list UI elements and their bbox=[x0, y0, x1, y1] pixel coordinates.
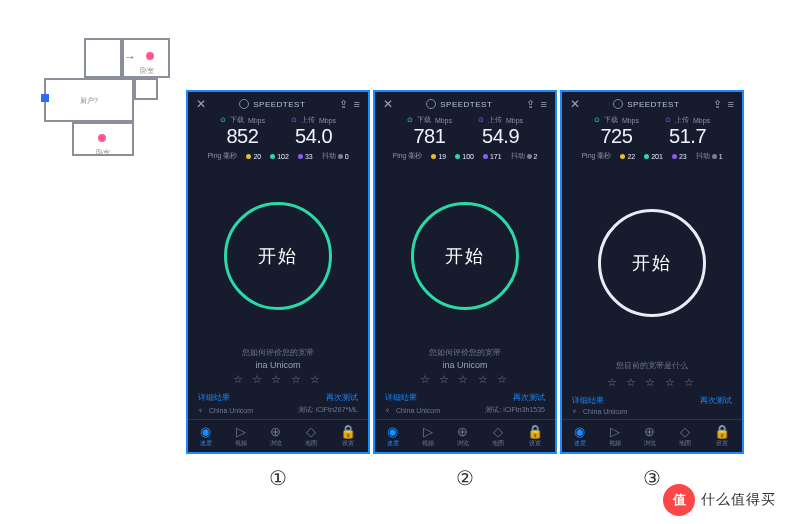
nav-map[interactable]: ◇地图 bbox=[492, 425, 504, 448]
ping-row: Ping 毫秒 20 102 33 抖动0 bbox=[188, 151, 368, 161]
jitter-dot-icon bbox=[712, 154, 717, 159]
nav-browse[interactable]: ⊕浏览 bbox=[457, 425, 469, 448]
wifi-icon: ᯤ bbox=[572, 408, 579, 415]
app-title: SPEEDTEST bbox=[239, 99, 305, 109]
provider-block: 您目前的宽带是什么 bbox=[562, 360, 742, 373]
rating-question: 您如何评价您的宽带 bbox=[375, 347, 555, 358]
nav-label: 地图 bbox=[305, 439, 317, 448]
panel-index-label: ② bbox=[456, 466, 474, 490]
upload-unit: Mbps bbox=[693, 117, 710, 124]
nav-settings[interactable]: 🔒设置 bbox=[714, 425, 730, 448]
upload-value: 54.0 bbox=[291, 125, 336, 148]
test-id: 测试: iCiFtn3h1535 bbox=[485, 405, 545, 415]
app-title: SPEEDTEST bbox=[613, 99, 679, 109]
bottom-nav: ◉速度 ▷视频 ⊕浏览 ◇地图 🔒设置 bbox=[188, 419, 368, 452]
close-icon[interactable]: ✕ bbox=[383, 97, 393, 111]
upload-icon: ⊙ bbox=[665, 116, 671, 124]
retest-link[interactable]: 再次测试 bbox=[700, 395, 732, 406]
lock-icon: 🔒 bbox=[714, 425, 730, 438]
upload-unit: Mbps bbox=[506, 117, 523, 124]
watermark-text: 什么值得买 bbox=[701, 491, 776, 509]
nav-video[interactable]: ▷视频 bbox=[609, 425, 621, 448]
nav-browse[interactable]: ⊕浏览 bbox=[644, 425, 656, 448]
ul-dot-icon bbox=[298, 154, 303, 159]
nav-browse[interactable]: ⊕浏览 bbox=[270, 425, 282, 448]
upload-label: 上传 bbox=[301, 115, 315, 125]
close-icon[interactable]: ✕ bbox=[570, 97, 580, 111]
wifi-icon: ᯤ bbox=[385, 407, 392, 414]
nav-video[interactable]: ▷视频 bbox=[235, 425, 247, 448]
details-link[interactable]: 详细结果 bbox=[572, 395, 604, 406]
nav-speed[interactable]: ◉速度 bbox=[574, 425, 586, 448]
upload-value: 51.7 bbox=[665, 125, 710, 148]
ping-label: Ping 毫秒 bbox=[207, 151, 237, 161]
play-icon: ▷ bbox=[610, 425, 620, 438]
watermark-icon: 值 bbox=[663, 484, 695, 516]
nav-map[interactable]: ◇地图 bbox=[679, 425, 691, 448]
speed-icon: ◉ bbox=[387, 425, 398, 438]
upload-value: 54.9 bbox=[478, 125, 523, 148]
retest-link[interactable]: 再次测试 bbox=[326, 392, 358, 403]
nav-label: 设置 bbox=[529, 439, 541, 448]
download-icon: ⊙ bbox=[220, 116, 226, 124]
app-title-text: SPEEDTEST bbox=[440, 100, 492, 109]
jitter-dot-icon bbox=[338, 154, 343, 159]
watermark: 值 什么值得买 bbox=[663, 484, 776, 516]
start-test-button[interactable]: 开始 bbox=[411, 202, 519, 310]
globe-icon: ⊕ bbox=[457, 425, 468, 438]
panel-index-label: ① bbox=[269, 466, 287, 490]
nav-label: 视频 bbox=[609, 439, 621, 448]
share-icon[interactable]: ⇪ bbox=[339, 98, 348, 111]
share-icon[interactable]: ⇪ bbox=[713, 98, 722, 111]
ping-row: Ping 毫秒 19 100 171 抖动2 bbox=[375, 151, 555, 161]
speed-icon: ◉ bbox=[200, 425, 211, 438]
rating-stars[interactable]: ☆ ☆ ☆ ☆ ☆ bbox=[188, 373, 368, 386]
download-label: 下载 bbox=[230, 115, 244, 125]
play-icon: ▷ bbox=[423, 425, 433, 438]
rating-question: 您目前的宽带是什么 bbox=[562, 360, 742, 371]
speedtest-phone-2: ✕ SPEEDTEST ⇪ ≡ ⊙下载Mbps 781 ⊙上传Mbps 54.9 bbox=[373, 90, 557, 454]
gauge-icon bbox=[239, 99, 249, 109]
download-unit: Mbps bbox=[435, 117, 452, 124]
retest-link[interactable]: 再次测试 bbox=[513, 392, 545, 403]
close-icon[interactable]: ✕ bbox=[196, 97, 206, 111]
menu-icon[interactable]: ≡ bbox=[354, 98, 360, 111]
details-link[interactable]: 详细结果 bbox=[198, 392, 230, 403]
nav-settings[interactable]: 🔒设置 bbox=[527, 425, 543, 448]
jitter-label: 抖动 bbox=[322, 151, 336, 161]
ping-dl: 102 bbox=[277, 153, 289, 160]
share-icon[interactable]: ⇪ bbox=[526, 98, 535, 111]
nav-speed[interactable]: ◉速度 bbox=[200, 425, 212, 448]
nav-label: 视频 bbox=[235, 439, 247, 448]
ping-dl: 201 bbox=[651, 153, 663, 160]
ping-ul: 23 bbox=[679, 153, 687, 160]
bottom-nav: ◉速度 ▷视频 ⊕浏览 ◇地图 🔒设置 bbox=[375, 419, 555, 452]
start-test-button[interactable]: 开始 bbox=[224, 202, 332, 310]
rating-stars[interactable]: ☆ ☆ ☆ ☆ ☆ bbox=[562, 376, 742, 389]
menu-icon[interactable]: ≡ bbox=[541, 98, 547, 111]
isp-name: ina Unicom bbox=[188, 360, 368, 370]
nav-settings[interactable]: 🔒设置 bbox=[340, 425, 356, 448]
lock-icon: 🔒 bbox=[527, 425, 543, 438]
ping-row: Ping 毫秒 22 201 23 抖动1 bbox=[562, 151, 742, 161]
globe-icon: ⊕ bbox=[270, 425, 281, 438]
ul-dot-icon bbox=[483, 154, 488, 159]
ping-idle: 22 bbox=[627, 153, 635, 160]
rating-stars[interactable]: ☆ ☆ ☆ ☆ ☆ bbox=[375, 373, 555, 386]
speedtest-screenshots-row: ✕ SPEEDTEST ⇪ ≡ ⊙下载Mbps 852 ⊙上传Mbps 54.0 bbox=[186, 90, 744, 490]
nav-video[interactable]: ▷视频 bbox=[422, 425, 434, 448]
jitter-dot-icon bbox=[527, 154, 532, 159]
nav-map[interactable]: ◇地图 bbox=[305, 425, 317, 448]
speedtest-phone-1: ✕ SPEEDTEST ⇪ ≡ ⊙下载Mbps 852 ⊙上传Mbps 54.0 bbox=[186, 90, 370, 454]
ul-dot-icon bbox=[672, 154, 677, 159]
nav-label: 地图 bbox=[492, 439, 504, 448]
menu-icon[interactable]: ≡ bbox=[728, 98, 734, 111]
nav-label: 速度 bbox=[200, 439, 212, 448]
nav-speed[interactable]: ◉速度 bbox=[387, 425, 399, 448]
upload-icon: ⊙ bbox=[291, 116, 297, 124]
details-link[interactable]: 详细结果 bbox=[385, 392, 417, 403]
nav-label: 浏览 bbox=[457, 439, 469, 448]
download-unit: Mbps bbox=[248, 117, 265, 124]
start-test-button[interactable]: 开始 bbox=[598, 209, 706, 317]
nav-label: 速度 bbox=[574, 439, 586, 448]
